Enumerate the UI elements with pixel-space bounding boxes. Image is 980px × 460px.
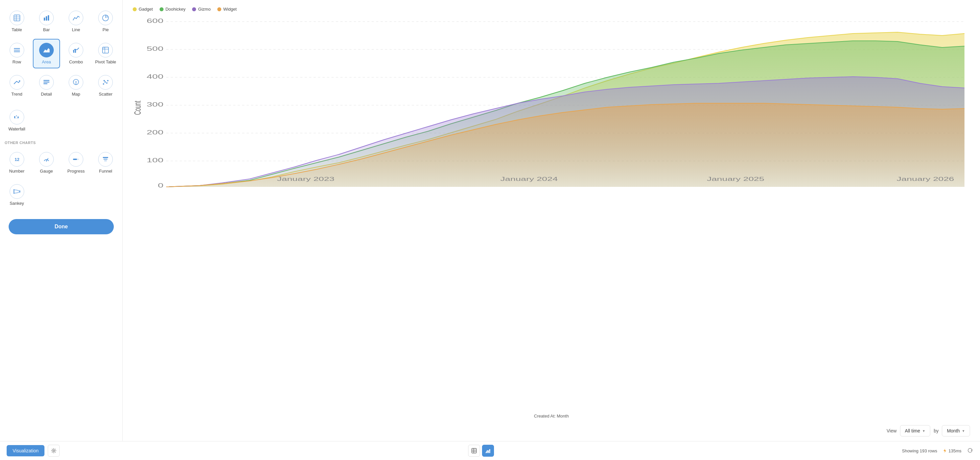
map-icon [69,75,83,90]
chart-type-funnel[interactable]: Funnel [92,148,119,178]
number-icon: 12 [10,152,24,167]
chart-view-button[interactable] [482,445,494,457]
svg-rect-40 [103,159,108,160]
chart-type-bar[interactable]: Bar [33,6,60,36]
svg-text:January 2026: January 2026 [897,176,954,182]
chart-type-sankey[interactable]: Sankey [3,180,30,210]
svg-rect-19 [43,80,49,81]
bar-label: Bar [43,27,50,32]
pie-icon [98,11,113,25]
svg-rect-32 [18,116,19,118]
settings-button[interactable] [48,445,60,457]
table-view-icon [471,448,477,454]
chart-type-waterfall[interactable]: Waterfall [3,106,30,135]
svg-rect-21 [43,83,48,84]
chart-type-area[interactable]: Area [33,39,60,68]
by-label: by [934,428,939,433]
svg-text:300: 300 [146,101,164,108]
visualization-button[interactable]: Visualization [6,445,45,456]
row-icon [10,43,24,57]
legend-dot-doohickey [159,7,164,11]
svg-rect-38 [73,159,77,160]
svg-point-36 [46,161,47,162]
svg-rect-6 [48,15,49,21]
pivot-icon [98,43,113,57]
query-time: 135ms [942,448,961,454]
sankey-label: Sankey [10,201,24,206]
table-label: Table [12,27,22,32]
trend-icon [10,75,24,90]
refresh-button[interactable] [967,447,974,455]
combo-icon [69,43,83,57]
sankey-icon [10,184,24,199]
legend-gadget: Gadget [133,6,153,12]
trend-label: Trend [11,92,22,97]
by-month-dropdown[interactable]: Month ▼ [942,425,970,436]
chart-type-detail[interactable]: Detail [33,71,60,100]
svg-text:100: 100 [146,157,164,163]
row-label: Row [13,59,21,64]
waterfall-icon [10,110,24,124]
chart-type-map[interactable]: Map [63,71,89,100]
view-controls: View All time ▼ by Month ▼ [133,420,970,441]
rows-count: Showing 193 rows [902,448,937,454]
svg-text:600: 600 [146,18,164,24]
chart-type-row[interactable]: Row [3,39,30,68]
svg-text:January 2025: January 2025 [707,176,764,182]
chart-type-table[interactable]: Table [3,6,30,36]
gauge-label: Gauge [40,169,53,173]
chart-type-combo[interactable]: Combo [63,39,89,68]
other-charts-grid: 12 Number Gauge Progress [3,148,119,178]
legend-dot-gadget [133,7,137,11]
gauge-icon [39,152,54,167]
area-icon [39,43,54,57]
chevron-down-icon-2: ▼ [962,429,965,433]
chart-type-line[interactable]: Line [63,6,89,36]
svg-point-23 [75,81,77,83]
svg-marker-72 [943,449,946,453]
svg-text:January 2024: January 2024 [500,176,558,182]
svg-text:Count: Count [133,101,143,115]
line-label: Line [72,27,80,32]
detail-label: Detail [41,92,52,97]
pie-label: Pie [102,27,109,32]
chart-type-progress[interactable]: Progress [63,148,89,178]
map-label: Map [72,92,80,97]
svg-text:200: 200 [146,129,164,135]
legend-label-doohickey: Doohickey [165,6,186,12]
svg-text:400: 400 [146,73,164,80]
chart-type-pivot[interactable]: Pivot Table [92,39,119,68]
bar-icon [39,11,54,25]
chart-type-pie[interactable]: Pie [92,6,119,36]
legend-dot-gizmo [192,7,196,11]
svg-point-26 [105,81,106,83]
chart-type-number[interactable]: 12 Number [3,148,30,178]
funnel-icon [98,152,113,167]
chart-legend: Gadget Doohickey Gizmo Widget [133,6,970,12]
table-icon [10,11,24,25]
svg-rect-18 [102,47,105,49]
view-value: All time [905,428,920,433]
table-view-button[interactable] [468,445,480,457]
chart-type-gauge[interactable]: Gauge [33,148,60,178]
svg-point-66 [53,450,55,452]
svg-rect-5 [46,16,47,21]
view-all-time-dropdown[interactable]: All time ▼ [900,425,931,436]
chevron-down-icon: ▼ [922,429,925,433]
by-value: Month [947,428,960,433]
gear-icon [51,448,56,454]
done-button[interactable]: Done [9,219,114,234]
chart-canvas-wrapper: 600 500 400 300 200 100 0 Count [133,18,970,417]
legend-widget: Widget [217,6,237,12]
legend-gizmo: Gizmo [192,6,211,12]
bottom-right-info: Showing 193 rows 135ms [902,447,974,455]
chart-type-sidebar: Table Bar Line Pie [0,0,123,441]
legend-label-widget: Widget [223,6,237,12]
funnel-label: Funnel [99,169,113,173]
chart-type-scatter[interactable]: Scatter [92,71,119,100]
progress-icon [69,152,83,167]
svg-text:12: 12 [14,157,19,162]
chart-type-trend[interactable]: Trend [3,71,30,100]
scatter-label: Scatter [99,92,113,97]
detail-icon [39,75,54,90]
